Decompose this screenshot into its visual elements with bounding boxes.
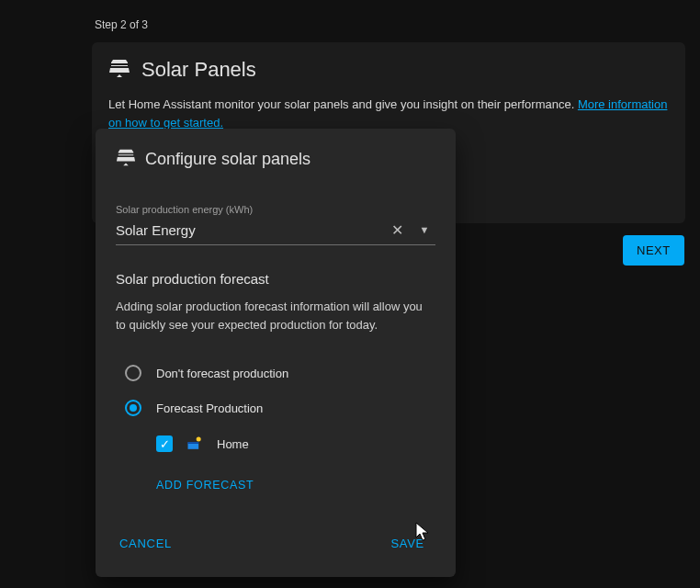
solar-panel-icon [108,57,130,83]
card-header: Solar Panels [108,57,669,83]
svg-point-0 [197,437,201,442]
cancel-button[interactable]: CANCEL [116,531,175,556]
solar-panel-icon [116,147,136,171]
forecast-home-checkbox[interactable]: ✓ [156,435,173,452]
configure-solar-dialog: Configure solar panels Solar production … [96,129,456,577]
step-indicator: Step 2 of 3 [95,18,148,31]
forecast-entity-row: ✓ Home [116,425,435,462]
svg-rect-2 [188,442,199,444]
forecast-section-description: Adding solar production forecast informa… [116,298,435,334]
radio-label: Forecast Production [156,401,263,415]
add-forecast-button[interactable]: ADD FORECAST [116,462,435,499]
page-description-text: Let Home Assistant monitor your solar pa… [108,97,578,111]
dialog-title: Configure solar panels [145,150,310,169]
radio-label: Don't forecast production [156,367,288,380]
chevron-down-icon[interactable]: ▼ [413,219,435,241]
solar-energy-field[interactable]: ✕ ▼ [116,219,435,245]
page-description: Let Home Assistant monitor your solar pa… [108,96,669,131]
radio-icon [125,365,141,381]
save-button[interactable]: SAVE [387,531,428,556]
page-title: Solar Panels [141,58,256,82]
dialog-header: Configure solar panels [116,147,435,171]
dialog-actions: CANCEL SAVE [116,526,435,560]
radio-icon [125,400,141,416]
forecast-section-title: Solar production forecast [116,271,435,287]
forecast-entity-label: Home [217,437,249,451]
weather-icon [186,435,204,453]
clear-icon[interactable]: ✕ [386,219,408,241]
solar-energy-input[interactable] [116,222,386,238]
field-label: Solar production energy (kWh) [116,204,435,215]
next-button[interactable]: NEXT [623,235,684,266]
radio-no-forecast[interactable]: Don't forecast production [116,356,435,390]
radio-forecast[interactable]: Forecast Production [116,390,435,425]
